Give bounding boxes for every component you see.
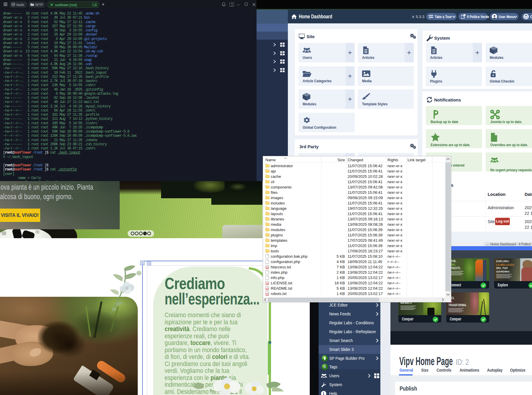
svg-text:txt: txt xyxy=(266,267,268,269)
svg-text:txt: txt xyxy=(266,283,268,285)
svg-text:txt: txt xyxy=(266,288,268,290)
svg-text:txt: txt xyxy=(266,294,268,295)
